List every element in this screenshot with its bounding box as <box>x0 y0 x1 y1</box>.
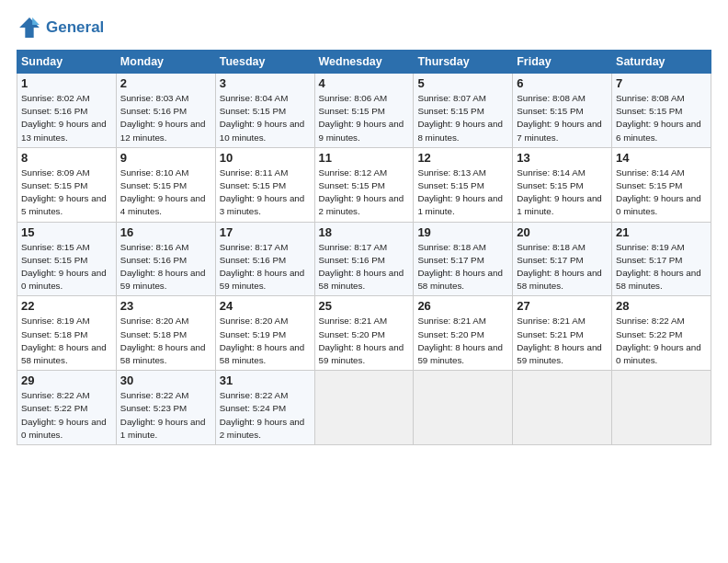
day-number: 8 <box>21 151 112 165</box>
day-number: 19 <box>417 225 508 239</box>
day-number: 27 <box>517 299 608 313</box>
day-info: Sunrise: 8:15 AMSunset: 5:15 PMDaylight:… <box>21 241 112 293</box>
day-info: Sunrise: 8:17 AMSunset: 5:16 PMDaylight:… <box>220 241 311 293</box>
day-number: 3 <box>220 76 311 90</box>
calendar-cell: 12Sunrise: 8:13 AMSunset: 5:15 PMDayligh… <box>414 147 513 222</box>
calendar-week-row: 29Sunrise: 8:22 AMSunset: 5:22 PMDayligh… <box>17 371 711 445</box>
calendar-cell: 4Sunrise: 8:06 AMSunset: 5:15 PMDaylight… <box>314 74 414 148</box>
day-info: Sunrise: 8:10 AMSunset: 5:15 PMDaylight:… <box>120 167 211 219</box>
day-number: 7 <box>616 76 707 90</box>
day-info: Sunrise: 8:11 AMSunset: 5:15 PMDaylight:… <box>220 167 311 219</box>
header-day-saturday: Saturday <box>612 51 711 74</box>
day-number: 13 <box>517 151 608 165</box>
day-info: Sunrise: 8:02 AMSunset: 5:16 PMDaylight:… <box>21 92 112 144</box>
calendar-cell: 17Sunrise: 8:17 AMSunset: 5:16 PMDayligh… <box>215 222 314 296</box>
calendar-cell: 13Sunrise: 8:14 AMSunset: 5:15 PMDayligh… <box>513 147 612 222</box>
calendar-table: SundayMondayTuesdayWednesdayThursdayFrid… <box>17 50 711 445</box>
day-number: 28 <box>616 299 707 313</box>
day-number: 24 <box>220 299 311 313</box>
day-number: 15 <box>21 225 112 239</box>
day-info: Sunrise: 8:18 AMSunset: 5:17 PMDaylight:… <box>417 241 508 293</box>
calendar-cell <box>314 371 414 445</box>
day-info: Sunrise: 8:07 AMSunset: 5:15 PMDaylight:… <box>417 92 508 144</box>
day-info: Sunrise: 8:20 AMSunset: 5:19 PMDaylight:… <box>220 315 311 367</box>
calendar-cell: 23Sunrise: 8:20 AMSunset: 5:18 PMDayligh… <box>116 296 215 371</box>
day-number: 2 <box>120 76 211 90</box>
day-number: 11 <box>319 151 410 165</box>
day-number: 18 <box>319 225 410 239</box>
day-info: Sunrise: 8:22 AMSunset: 5:22 PMDaylight:… <box>21 389 112 442</box>
day-info: Sunrise: 8:13 AMSunset: 5:15 PMDaylight:… <box>417 167 508 219</box>
day-number: 23 <box>120 299 211 313</box>
calendar-cell: 3Sunrise: 8:04 AMSunset: 5:15 PMDaylight… <box>215 74 314 148</box>
day-number: 1 <box>21 76 112 90</box>
calendar-cell: 19Sunrise: 8:18 AMSunset: 5:17 PMDayligh… <box>414 222 513 296</box>
calendar-cell: 9Sunrise: 8:10 AMSunset: 5:15 PMDaylight… <box>116 147 215 222</box>
day-number: 12 <box>417 151 508 165</box>
page: General SundayMondayTuesdayWednesdayThur… <box>0 0 728 563</box>
calendar-week-row: 1Sunrise: 8:02 AMSunset: 5:16 PMDaylight… <box>17 74 711 148</box>
calendar-cell: 16Sunrise: 8:16 AMSunset: 5:16 PMDayligh… <box>116 222 215 296</box>
day-info: Sunrise: 8:04 AMSunset: 5:15 PMDaylight:… <box>220 92 311 144</box>
calendar-cell: 20Sunrise: 8:18 AMSunset: 5:17 PMDayligh… <box>513 222 612 296</box>
calendar-cell: 27Sunrise: 8:21 AMSunset: 5:21 PMDayligh… <box>513 296 612 371</box>
calendar-cell <box>414 371 513 445</box>
calendar-week-row: 8Sunrise: 8:09 AMSunset: 5:15 PMDaylight… <box>17 147 711 222</box>
header-day-sunday: Sunday <box>17 51 117 74</box>
day-info: Sunrise: 8:12 AMSunset: 5:15 PMDaylight:… <box>319 167 410 219</box>
calendar-cell: 31Sunrise: 8:22 AMSunset: 5:24 PMDayligh… <box>215 371 314 445</box>
day-number: 22 <box>21 299 112 313</box>
day-info: Sunrise: 8:14 AMSunset: 5:15 PMDaylight:… <box>616 167 707 219</box>
calendar-cell: 6Sunrise: 8:08 AMSunset: 5:15 PMDaylight… <box>513 74 612 148</box>
day-number: 6 <box>517 76 608 90</box>
calendar-week-row: 22Sunrise: 8:19 AMSunset: 5:18 PMDayligh… <box>17 296 711 371</box>
svg-marker-1 <box>32 17 40 25</box>
day-info: Sunrise: 8:14 AMSunset: 5:15 PMDaylight:… <box>517 167 608 219</box>
calendar-cell: 29Sunrise: 8:22 AMSunset: 5:22 PMDayligh… <box>17 371 117 445</box>
calendar-cell: 28Sunrise: 8:22 AMSunset: 5:22 PMDayligh… <box>612 296 711 371</box>
header-day-monday: Monday <box>116 51 215 74</box>
day-number: 25 <box>319 299 410 313</box>
day-info: Sunrise: 8:22 AMSunset: 5:24 PMDaylight:… <box>220 389 311 442</box>
day-info: Sunrise: 8:18 AMSunset: 5:17 PMDaylight:… <box>517 241 608 293</box>
logo-icon <box>17 15 42 40</box>
day-number: 10 <box>220 151 311 165</box>
day-info: Sunrise: 8:09 AMSunset: 5:15 PMDaylight:… <box>21 167 112 219</box>
day-number: 9 <box>120 151 211 165</box>
calendar-cell <box>612 371 711 445</box>
calendar-cell <box>513 371 612 445</box>
day-number: 5 <box>417 76 508 90</box>
day-number: 30 <box>120 373 211 387</box>
calendar-week-row: 15Sunrise: 8:15 AMSunset: 5:15 PMDayligh… <box>17 222 711 296</box>
day-info: Sunrise: 8:06 AMSunset: 5:15 PMDaylight:… <box>319 92 410 144</box>
day-number: 14 <box>616 151 707 165</box>
header-day-thursday: Thursday <box>414 51 513 74</box>
day-number: 16 <box>120 225 211 239</box>
header-day-friday: Friday <box>513 51 612 74</box>
calendar-cell: 10Sunrise: 8:11 AMSunset: 5:15 PMDayligh… <box>215 147 314 222</box>
calendar-cell: 15Sunrise: 8:15 AMSunset: 5:15 PMDayligh… <box>17 222 117 296</box>
calendar-cell: 11Sunrise: 8:12 AMSunset: 5:15 PMDayligh… <box>314 147 414 222</box>
calendar-cell: 25Sunrise: 8:21 AMSunset: 5:20 PMDayligh… <box>314 296 414 371</box>
calendar-cell: 7Sunrise: 8:08 AMSunset: 5:15 PMDaylight… <box>612 74 711 148</box>
calendar-cell: 24Sunrise: 8:20 AMSunset: 5:19 PMDayligh… <box>215 296 314 371</box>
header: General <box>17 15 711 40</box>
day-info: Sunrise: 8:22 AMSunset: 5:22 PMDaylight:… <box>616 315 707 367</box>
calendar-cell: 5Sunrise: 8:07 AMSunset: 5:15 PMDaylight… <box>414 74 513 148</box>
day-info: Sunrise: 8:20 AMSunset: 5:18 PMDaylight:… <box>120 315 211 367</box>
day-info: Sunrise: 8:19 AMSunset: 5:18 PMDaylight:… <box>21 315 112 367</box>
day-number: 26 <box>417 299 508 313</box>
day-info: Sunrise: 8:16 AMSunset: 5:16 PMDaylight:… <box>120 241 211 293</box>
day-info: Sunrise: 8:21 AMSunset: 5:20 PMDaylight:… <box>417 315 508 367</box>
logo: General <box>17 15 104 40</box>
calendar-cell: 18Sunrise: 8:17 AMSunset: 5:16 PMDayligh… <box>314 222 414 296</box>
day-number: 4 <box>319 76 410 90</box>
day-number: 29 <box>21 373 112 387</box>
calendar-cell: 8Sunrise: 8:09 AMSunset: 5:15 PMDaylight… <box>17 147 117 222</box>
calendar-cell: 30Sunrise: 8:22 AMSunset: 5:23 PMDayligh… <box>116 371 215 445</box>
day-number: 31 <box>220 373 311 387</box>
calendar-cell: 14Sunrise: 8:14 AMSunset: 5:15 PMDayligh… <box>612 147 711 222</box>
calendar-cell: 1Sunrise: 8:02 AMSunset: 5:16 PMDaylight… <box>17 74 117 148</box>
calendar-cell: 21Sunrise: 8:19 AMSunset: 5:17 PMDayligh… <box>612 222 711 296</box>
day-info: Sunrise: 8:21 AMSunset: 5:21 PMDaylight:… <box>517 315 608 367</box>
